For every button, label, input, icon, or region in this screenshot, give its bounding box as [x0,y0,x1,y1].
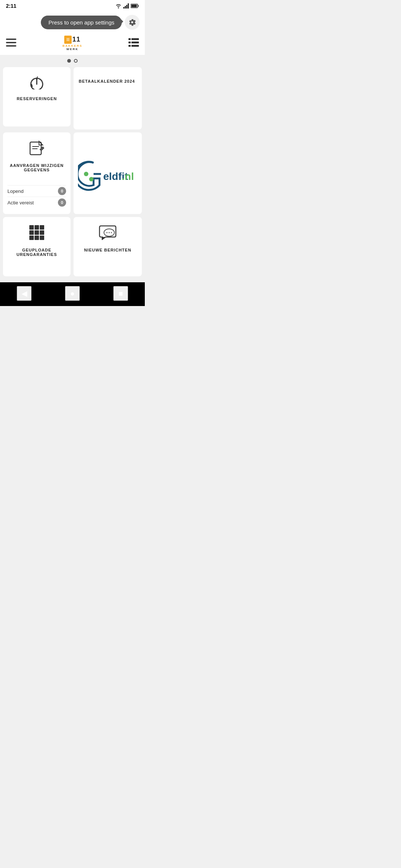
svg-rect-35 [35,230,39,235]
aanvragen-rows: Lopend 0 Actie vereist 0 [7,182,66,208]
svg-rect-31 [29,225,34,230]
svg-point-28 [89,177,94,181]
hamburger-icon [6,37,16,48]
svg-rect-15 [131,45,139,47]
geldfit-card[interactable]: eldfit .nl [74,132,142,214]
back-icon: ◀ [22,289,27,298]
edit-icon [29,140,45,160]
home-icon: ● [70,289,75,298]
svg-point-42 [109,232,110,233]
lopend-label: Lopend [7,188,23,194]
svg-rect-37 [29,236,34,240]
svg-rect-3 [128,3,129,9]
berichten-card[interactable]: NIEUWE BERICHTEN [74,217,142,276]
betaalkalender-title: BETAALKALENDER 2024 [79,79,135,83]
dot-1 [67,59,71,63]
status-icons [115,3,139,9]
list-view-button[interactable] [128,37,139,49]
svg-rect-11 [131,38,139,40]
signal-icon [123,3,129,9]
svg-point-43 [111,232,112,233]
svg-rect-7 [6,39,16,40]
gear-icon [128,18,136,26]
actie-label: Actie vereist [7,200,34,206]
svg-text:.nl: .nl [122,171,134,182]
status-bar: 2:11 [0,0,145,12]
dot-2 [74,59,78,63]
page-dots [0,55,145,66]
menu-button[interactable] [6,37,16,49]
reserveringen-card[interactable]: RESERVERINGEN [3,67,71,126]
logo-number: 11 [72,36,81,43]
svg-rect-6 [131,5,137,7]
svg-rect-9 [6,45,16,47]
app-logo: ≡ 11 BAKKERS WERK [58,35,87,51]
header: ≡ 11 BAKKERS WERK [0,31,145,55]
svg-point-41 [107,232,108,233]
recent-button[interactable]: ■ [113,286,128,301]
betaalkalender-card[interactable]: BETAALKALENDER 2024 [74,73,142,129]
svg-rect-33 [40,225,44,230]
logo-accent-block: ≡ [64,36,71,44]
list-icon [128,37,139,48]
svg-point-27 [84,172,88,176]
svg-rect-8 [6,42,16,43]
grid-icon [29,224,45,244]
settings-button[interactable] [125,15,140,30]
aanvragen-card[interactable]: AANVRAGEN WIJZIGEN GEGEVENS Lopend 0 Act… [3,132,71,214]
actie-badge: 0 [58,198,66,207]
svg-rect-32 [35,225,39,230]
tooltip-text: Press to open app settings [41,16,122,29]
wifi-icon [115,3,122,9]
tooltip-container: Press to open app settings [0,12,145,31]
recent-icon: ■ [118,289,123,298]
time: 2:11 [6,3,16,9]
svg-rect-34 [29,230,34,235]
svg-rect-14 [128,45,131,47]
lopend-badge: 0 [58,187,66,195]
svg-rect-2 [126,5,127,9]
svg-rect-38 [35,236,39,240]
logo-sub2: WERK [62,47,82,51]
svg-rect-12 [128,42,131,43]
svg-rect-10 [128,38,131,40]
battery-icon [131,4,139,8]
svg-rect-39 [40,236,44,240]
urengaranties-card[interactable]: GEUPLOADE URENGARANTIES [3,217,71,276]
logo-sub1: BAKKERS [62,44,82,47]
chat-icon [99,224,117,244]
lopend-row: Lopend 0 [7,185,66,197]
aanvragen-title: AANVRAGEN WIJZIGEN GEGEVENS [10,163,63,172]
cards-grid: RESERVERINGEN 1 VERLOFBRIEFJE AANMAKEN B… [0,66,145,279]
svg-rect-0 [123,7,124,9]
berichten-title: NIEUWE BERICHTEN [84,248,131,252]
home-button[interactable]: ● [65,286,80,301]
geldfit-logo: eldfit .nl [78,159,137,193]
back-button[interactable]: ◀ [17,286,32,301]
svg-rect-13 [131,42,139,43]
reserveringen-title: RESERVERINGEN [17,96,57,101]
actie-row: Actie vereist 0 [7,197,66,208]
svg-rect-1 [125,6,126,9]
urengaranties-title: GEUPLOADE URENGARANTIES [17,248,57,257]
nav-bar: ◀ ● ■ [0,282,145,306]
dashboard-icon [28,75,46,93]
svg-rect-5 [138,5,139,7]
svg-rect-36 [40,230,44,235]
